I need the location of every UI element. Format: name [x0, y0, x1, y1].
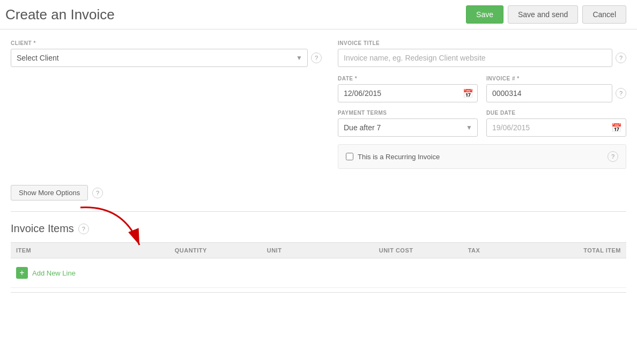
client-help-icon[interactable]: ?: [311, 53, 322, 63]
invoice-number-label: INVOICE # *: [486, 76, 626, 81]
add-line-cell: + Add New Line: [11, 258, 626, 288]
recurring-help-icon[interactable]: ?: [608, 151, 618, 162]
invoice-title-input[interactable]: [338, 49, 612, 67]
client-field-wrapper: Select Client ▼ ?: [11, 49, 322, 67]
date-calendar-icon[interactable]: 📅: [463, 88, 473, 99]
table-bottom-divider: [11, 292, 626, 293]
invoice-title-field-wrapper: ?: [338, 49, 626, 67]
save-and-send-button[interactable]: Save and send: [508, 5, 578, 24]
cancel-button[interactable]: Cancel: [582, 5, 626, 24]
payment-terms-field-group: PAYMENT TERMS Due after 7 Due after 14 D…: [338, 110, 478, 137]
show-more-help-icon[interactable]: ?: [92, 188, 103, 198]
arrow-annotation: [70, 205, 155, 253]
due-date-calendar-icon[interactable]: 📅: [611, 123, 622, 133]
payment-terms-field-wrapper: Due after 7 Due after 14 Due after 30 Du…: [338, 118, 478, 137]
due-date-field-group: DUE DATE 📅: [486, 110, 626, 137]
show-more-section: Show More Options ?: [11, 185, 626, 200]
date-field-group: DATE * 📅: [338, 76, 478, 102]
date-label: DATE *: [338, 76, 478, 81]
col-tax: TAX: [418, 243, 485, 258]
invoice-title-field-group: INVOICE TITLE ?: [338, 40, 626, 67]
table-body: + Add New Line: [11, 258, 626, 288]
due-date-field-wrapper: 📅: [486, 118, 626, 137]
recurring-checkbox[interactable]: [346, 153, 353, 160]
client-select-wrapper: Select Client ▼: [11, 49, 308, 67]
invoice-number-help-icon[interactable]: ?: [616, 88, 626, 99]
due-date-input-wrapper: 📅: [486, 118, 626, 137]
add-new-line-button[interactable]: +: [16, 267, 28, 279]
invoice-number-input[interactable]: [486, 84, 612, 102]
page-header: Create an Invoice Save Save and send Can…: [0, 0, 637, 29]
payment-terms-label: PAYMENT TERMS: [338, 110, 478, 116]
recurring-invoice-box: This is a Recurring Invoice ?: [338, 144, 626, 169]
main-content: CLIENT * Select Client ▼ ? INVOICE TITLE: [0, 29, 637, 303]
invoice-number-field-wrapper: ?: [486, 84, 626, 102]
form-top-row: CLIENT * Select Client ▼ ? INVOICE TITLE: [11, 40, 626, 169]
client-label: CLIENT *: [11, 40, 322, 46]
invoice-number-field-group: INVOICE # * ?: [486, 76, 626, 102]
client-field-group: CLIENT * Select Client ▼ ?: [11, 40, 322, 67]
payment-terms-select[interactable]: Due after 7 Due after 14 Due after 30 Du…: [338, 118, 478, 137]
left-column: CLIENT * Select Client ▼ ?: [11, 40, 322, 169]
col-total-item: TOTAL ITEM: [485, 243, 626, 258]
page-title: Create an Invoice: [5, 6, 115, 23]
add-new-line-container[interactable]: + Add New Line: [11, 262, 626, 284]
save-button[interactable]: Save: [466, 5, 503, 24]
date-field-wrapper: 📅: [338, 84, 478, 102]
payment-due-row: PAYMENT TERMS Due after 7 Due after 14 D…: [338, 110, 626, 137]
invoice-title-help-icon[interactable]: ?: [616, 53, 626, 63]
add-line-row: + Add New Line: [11, 258, 626, 288]
right-column: INVOICE TITLE ? DATE * 📅: [338, 40, 626, 169]
add-new-line-text[interactable]: Add New Line: [32, 269, 76, 277]
invoice-items-table: ITEM QUANTITY UNIT UNIT COST TAX TOTAL I…: [11, 242, 626, 288]
show-more-button[interactable]: Show More Options: [11, 185, 88, 200]
invoice-title-label: INVOICE TITLE: [338, 40, 626, 46]
header-buttons: Save Save and send Cancel: [466, 5, 626, 24]
recurring-label: This is a Recurring Invoice: [358, 153, 440, 161]
date-input[interactable]: [338, 84, 478, 102]
col-unit-cost: UNIT COST: [287, 243, 418, 258]
col-unit: UNIT: [212, 243, 287, 258]
invoice-items-title: Invoice Items: [11, 222, 74, 235]
client-select[interactable]: Select Client: [11, 49, 308, 67]
date-invoice-row: DATE * 📅 INVOICE # * ?: [338, 76, 626, 102]
due-date-input[interactable]: [486, 118, 626, 137]
due-date-label: DUE DATE: [486, 110, 626, 116]
payment-terms-select-wrapper: Due after 7 Due after 14 Due after 30 Du…: [338, 118, 478, 137]
recurring-inner: This is a Recurring Invoice: [346, 153, 440, 161]
date-input-wrapper: 📅: [338, 84, 478, 102]
table-wrapper: ITEM QUANTITY UNIT UNIT COST TAX TOTAL I…: [11, 242, 626, 293]
